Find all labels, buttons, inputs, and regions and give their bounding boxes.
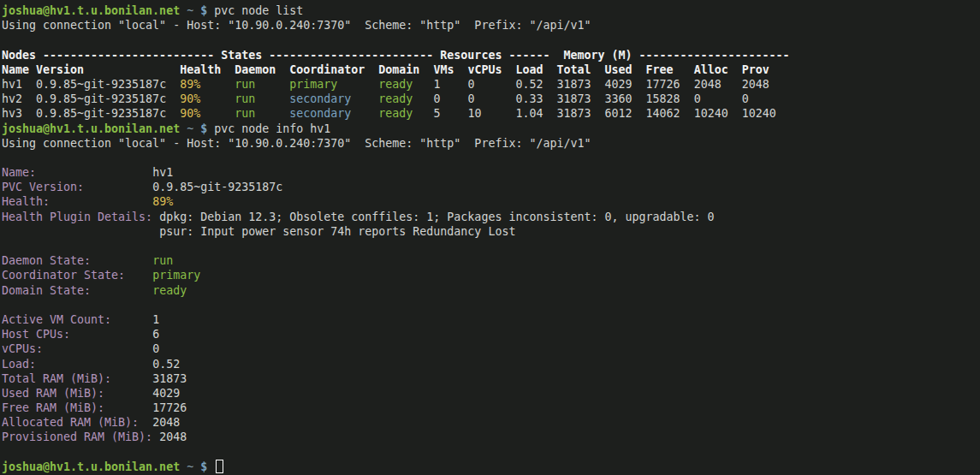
info-health-plugin-details: Health Plugin Details: dpkg: Debian 12.3… — [2, 210, 980, 224]
prompt-line-1: joshua@hv1.t.u.bonilan.net ~ $ pvc node … — [2, 3, 980, 18]
info-value: dpkg: Debian 12.3; Obsolete conffiles: 1… — [159, 211, 714, 223]
info-health-plugin-details-cont: psur: Input power sensor 74h reports Red… — [2, 224, 980, 239]
col-domain: Domain — [378, 63, 433, 76]
info-label: Total RAM (MiB): — [2, 372, 152, 385]
col-name: Name — [2, 63, 36, 76]
table-column-header: Name Version Health Daemon Coordinator D… — [2, 62, 980, 77]
info-value: 2048 — [159, 430, 187, 443]
cell-mem-alloc: 10240 — [694, 107, 742, 120]
col-load: Load — [515, 63, 556, 76]
table-row-hv2: hv2 0.9.85~git-9235187c 90% run secondar… — [2, 92, 980, 106]
info-label: Health: — [2, 195, 152, 208]
info-value: primary — [152, 269, 200, 282]
cell-load: 0.52 — [515, 78, 556, 91]
text-segment — [193, 460, 200, 473]
info-label: Active VM Count: — [2, 313, 152, 326]
cell-mem-free: 14062 — [646, 107, 694, 120]
info-value: 2048 — [152, 416, 180, 429]
cell-mem-total: 31873 — [557, 107, 605, 120]
col-prov: Prov — [742, 63, 769, 76]
col-vms: VMs — [433, 63, 467, 76]
cell-vms: 1 — [433, 78, 467, 91]
info-allocated-ram: Allocated RAM (MiB): 2048 — [2, 415, 980, 430]
connection-line-1: Using connection "local" - Host: "10.90.… — [2, 18, 980, 33]
info-label: Load: — [2, 358, 152, 371]
col-version: Version — [36, 63, 180, 76]
info-value: ready — [152, 284, 187, 297]
text-segment — [180, 460, 187, 473]
cell-mem-used: 4029 — [605, 78, 646, 91]
prompt-user-host: joshua@hv1.t.u.bonilan.net — [2, 460, 180, 473]
info-value: 31873 — [152, 372, 187, 385]
prompt-symbol: $ — [200, 460, 207, 473]
col-alloc: Alloc — [694, 63, 742, 76]
info-label: Provisioned RAM (MiB): — [2, 430, 159, 443]
prompt-user-host: joshua@hv1.t.u.bonilan.net — [2, 122, 180, 135]
info-name: Name: hv1 — [2, 165, 980, 180]
info-value: 89% — [152, 195, 173, 208]
info-label: Free RAM (MiB): — [2, 401, 152, 414]
prompt-cwd: ~ — [187, 4, 193, 17]
info-free-ram: Free RAM (MiB): 17726 — [2, 401, 980, 415]
cell-mem-alloc: 0 — [694, 92, 742, 105]
table-row-hv3: hv3 0.9.85~git-9235187c 90% run secondar… — [2, 106, 980, 121]
blank-line — [2, 33, 980, 47]
info-health: Health: 89% — [2, 194, 980, 209]
text-segment — [180, 122, 187, 135]
cell-version: 0.9.85~git-9235187c — [36, 107, 180, 120]
col-total: Total — [557, 63, 605, 76]
prompt-cwd: ~ — [187, 122, 193, 135]
cursor — [216, 460, 223, 473]
info-daemon-state: Daemon State: run — [2, 253, 980, 268]
blank-line — [2, 445, 980, 460]
cell-health: 89% — [180, 78, 235, 91]
cell-name: hv1 — [2, 78, 36, 91]
cell-domain-state: ready — [378, 92, 433, 105]
text-segment — [193, 122, 200, 135]
cell-vms: 5 — [433, 107, 467, 120]
cell-load: 1.04 — [515, 107, 556, 120]
cell-mem-alloc: 2048 — [694, 78, 742, 91]
cell-mem-used: 3360 — [605, 92, 646, 105]
info-active-vm-count: Active VM Count: 1 — [2, 312, 980, 327]
info-vcpus: vCPUs: 0 — [2, 341, 980, 356]
col-vcpus: vCPUs — [467, 63, 515, 76]
col-daemon: Daemon — [235, 63, 289, 76]
info-used-ram: Used RAM (MiB): 4029 — [2, 386, 980, 401]
cell-mem-free: 15828 — [646, 92, 694, 105]
cell-coordinator-state: primary — [289, 78, 378, 91]
info-value: 17726 — [152, 401, 187, 414]
cell-mem-free: 17726 — [646, 78, 694, 91]
connection-line-2: Using connection "local" - Host: "10.90.… — [2, 136, 980, 151]
info-value: 0.9.85~git-9235187c — [152, 181, 282, 193]
blank-line — [2, 151, 980, 165]
cell-coordinator-state: secondary — [289, 107, 378, 120]
terminal[interactable]: joshua@hv1.t.u.bonilan.net ~ $ pvc node … — [0, 0, 980, 475]
cell-daemon-state: run — [235, 78, 289, 91]
cell-mem-prov: 2048 — [742, 78, 769, 91]
info-label: Domain State: — [2, 284, 152, 297]
prompt-cwd: ~ — [187, 460, 193, 473]
cell-version: 0.9.85~git-9235187c — [36, 92, 180, 105]
info-host-cpus: Host CPUs: 6 — [2, 327, 980, 341]
info-load: Load: 0.52 — [2, 357, 980, 371]
table-group-header: Nodes ------------------------- States -… — [2, 48, 980, 62]
command-text: pvc node list — [214, 4, 303, 17]
cell-mem-used: 6012 — [605, 107, 646, 120]
cell-health: 90% — [180, 92, 235, 105]
cell-mem-prov: 0 — [742, 92, 749, 105]
prompt-user-host: joshua@hv1.t.u.bonilan.net — [2, 4, 180, 17]
connection-info: Using connection "local" - Host: "10.90.… — [2, 137, 591, 150]
info-label: Daemon State: — [2, 254, 152, 267]
text-segment — [180, 4, 187, 17]
blank-line — [2, 298, 980, 312]
info-label: Coordinator State: — [2, 269, 152, 282]
cell-mem-total: 31873 — [557, 92, 605, 105]
cell-health: 90% — [180, 107, 235, 120]
cell-name: hv2 — [2, 92, 36, 105]
cell-vcpus: 10 — [467, 107, 515, 120]
prompt-symbol: $ — [200, 122, 207, 135]
prompt-line-2: joshua@hv1.t.u.bonilan.net ~ $ pvc node … — [2, 122, 980, 136]
text-segment — [2, 225, 159, 238]
info-total-ram: Total RAM (MiB): 31873 — [2, 371, 980, 386]
